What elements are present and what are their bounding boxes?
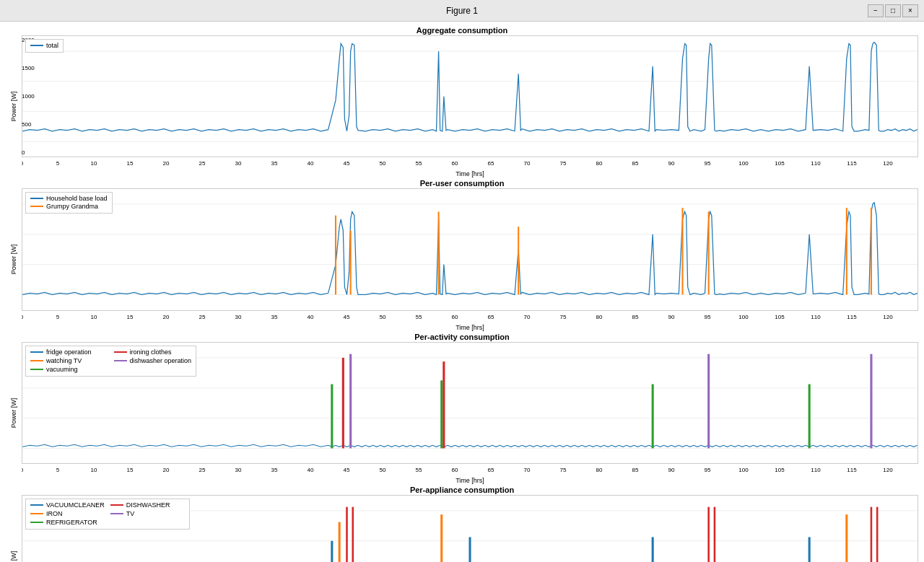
chart-aggregate-yticks: 2000 1500 1000 500 0 <box>22 35 35 157</box>
chart-per-activity-area: fridge operation ironing clothes watchin… <box>22 342 918 464</box>
svg-text:40: 40 <box>308 314 314 320</box>
svg-text:15: 15 <box>127 314 134 320</box>
svg-text:10: 10 <box>91 467 97 473</box>
legend-item-vacuumcleaner: VACUUMCLEANER <box>30 501 105 509</box>
chart-per-user-area: Household base load Grumpy Grandma <box>22 188 918 310</box>
svg-text:0: 0 <box>22 467 24 473</box>
svg-text:70: 70 <box>524 160 531 167</box>
legend-item-ironing: ironing clothes <box>114 348 192 356</box>
svg-text:50: 50 <box>380 314 386 320</box>
chart-per-user-title: Per-user consumption <box>6 179 918 188</box>
chart-per-activity: Per-activity consumption Power [W] fridg… <box>0 331 924 484</box>
legend-item-household: Household base load <box>30 195 108 202</box>
legend-label-fridge: fridge operation <box>46 348 92 356</box>
chart-per-appliance-title: Per-appliance consumption <box>6 486 918 494</box>
legend-item-tv-app: TV <box>110 510 185 517</box>
main-window: Figure 1 − □ × Aggregate consumption Pow… <box>0 0 924 562</box>
chart-per-user-svg <box>22 189 918 309</box>
svg-text:85: 85 <box>632 467 639 473</box>
legend-label-refrigerator: REFRIGERATOR <box>46 519 97 526</box>
svg-text:40: 40 <box>308 160 314 167</box>
svg-text:95: 95 <box>705 160 711 167</box>
chart-per-activity-xticks: 0 5 10 15 20 25 30 35 40 45 50 55 <box>22 465 918 476</box>
chart-per-user-body: Power [W] Household base load Grumpy Gra… <box>6 188 918 330</box>
legend-item-dishwasher: dishwasher operation <box>114 357 192 364</box>
svg-text:25: 25 <box>199 160 206 167</box>
svg-text:110: 110 <box>811 467 821 473</box>
svg-text:70: 70 <box>524 467 531 473</box>
chart-aggregate-xlabel: Time [hrs] <box>22 170 918 177</box>
legend-label-vacuumcleaner: VACUUMCLEANER <box>46 501 105 509</box>
svg-text:5: 5 <box>56 314 60 320</box>
close-button[interactable]: × <box>902 4 918 17</box>
svg-text:60: 60 <box>452 467 458 473</box>
legend-item-iron: IRON <box>30 510 105 517</box>
svg-text:30: 30 <box>235 160 242 167</box>
window-controls: − □ × <box>868 4 918 17</box>
legend-label-vacuuming: vacuuming <box>46 366 78 373</box>
legend-label-ironing: ironing clothes <box>130 348 172 356</box>
ytick-1500: 1500 <box>22 65 35 71</box>
chart-per-appliance-ylabel: Power [W] <box>6 495 22 562</box>
legend-line-ironing <box>114 351 127 353</box>
svg-text:50: 50 <box>380 160 386 167</box>
chart-aggregate-legend: total <box>25 39 64 53</box>
chart-per-appliance-body: Power [W] VACUUMCLEANER DISHWASHER <box>6 495 918 562</box>
chart-aggregate: Aggregate consumption Power [W] total <box>0 25 924 177</box>
legend-item-total: total <box>30 42 58 49</box>
legend-line-vacuumcleaner <box>30 504 43 506</box>
chart-per-activity-body: Power [W] fridge operation ironing cloth… <box>6 342 918 484</box>
svg-text:40: 40 <box>308 467 314 473</box>
svg-text:65: 65 <box>488 160 494 167</box>
svg-text:90: 90 <box>668 314 675 320</box>
svg-text:35: 35 <box>271 467 278 473</box>
legend-item-vacuuming: vacuuming <box>30 366 108 373</box>
svg-text:100: 100 <box>738 467 749 473</box>
svg-text:5: 5 <box>56 160 60 167</box>
legend-label-dishwasher: dishwasher operation <box>130 357 192 364</box>
legend-line-iron <box>30 513 43 514</box>
chart-aggregate-ylabel: Power [W] <box>6 35 22 177</box>
svg-text:75: 75 <box>560 314 567 320</box>
svg-text:35: 35 <box>271 160 278 167</box>
svg-text:120: 120 <box>883 467 893 473</box>
chart-per-user-xticks: 0 5 10 15 20 25 30 35 40 45 50 55 <box>22 312 918 323</box>
svg-text:20: 20 <box>163 314 170 320</box>
svg-text:45: 45 <box>344 160 350 167</box>
chart-per-activity-ylabel: Power [W] <box>6 342 22 484</box>
chart-aggregate-xticks: 0 5 10 15 20 25 30 35 40 45 50 55 <box>22 158 918 170</box>
maximize-button[interactable]: □ <box>885 4 901 17</box>
chart-aggregate-body: Power [W] total <box>6 35 918 177</box>
svg-text:0: 0 <box>22 160 24 167</box>
legend-line-fridge <box>30 351 43 353</box>
svg-text:65: 65 <box>488 467 494 473</box>
svg-text:10: 10 <box>91 160 97 167</box>
svg-text:30: 30 <box>235 314 242 320</box>
legend-line-dishwasher <box>114 360 127 361</box>
chart-per-user: Per-user consumption Power [W] Household… <box>0 177 924 330</box>
legend-item-tv: watching TV <box>30 357 108 364</box>
svg-text:10: 10 <box>91 314 97 320</box>
svg-text:75: 75 <box>560 160 567 167</box>
minimize-button[interactable]: − <box>868 4 884 17</box>
legend-item-fridge: fridge operation <box>30 348 108 356</box>
svg-text:100: 100 <box>738 314 749 320</box>
chart-per-user-xlabel: Time [hrs] <box>22 324 918 331</box>
svg-text:115: 115 <box>847 467 857 473</box>
svg-text:95: 95 <box>705 467 711 473</box>
chart-aggregate-xaxis: 0 5 10 15 20 25 30 35 40 45 50 55 <box>22 158 918 170</box>
svg-text:115: 115 <box>847 314 857 320</box>
svg-text:50: 50 <box>380 467 386 473</box>
svg-text:55: 55 <box>416 160 422 167</box>
svg-text:85: 85 <box>632 314 639 320</box>
svg-text:60: 60 <box>452 160 458 167</box>
svg-text:70: 70 <box>524 314 531 320</box>
svg-text:85: 85 <box>632 160 639 167</box>
legend-line-grandma <box>30 206 43 207</box>
svg-text:80: 80 <box>596 160 603 167</box>
chart-per-activity-xaxis: 0 5 10 15 20 25 30 35 40 45 50 55 <box>22 465 918 476</box>
ytick-1000: 1000 <box>22 93 35 100</box>
svg-text:90: 90 <box>668 467 675 473</box>
svg-text:110: 110 <box>811 160 821 167</box>
legend-item-grandma: Grumpy Grandma <box>30 203 108 210</box>
